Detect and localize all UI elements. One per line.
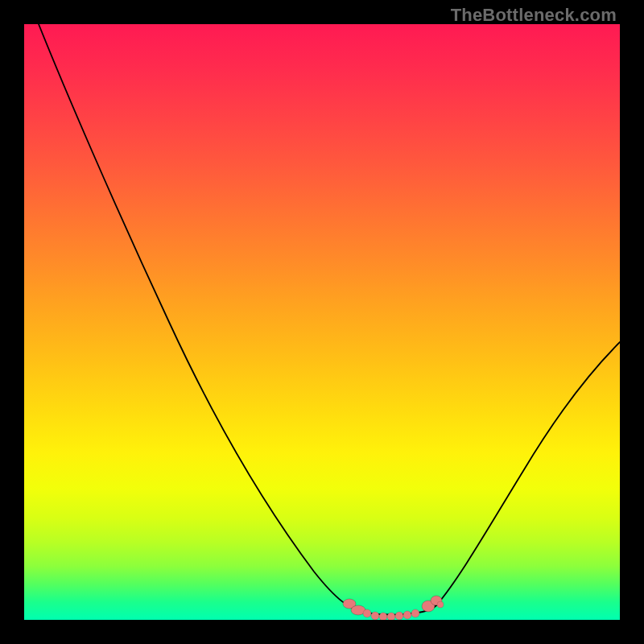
plot-area [24,24,620,620]
watermark-text: TheBottleneck.com [451,5,617,26]
curve-left-branch [39,24,358,610]
svg-point-6 [395,612,403,620]
curve-right-branch [436,342,620,605]
sweet-spot-band [343,596,444,620]
bottleneck-curve [24,24,620,620]
svg-point-5 [387,613,395,620]
chart-frame: TheBottleneck.com [0,0,644,644]
svg-point-7 [403,611,411,619]
curve-floor [358,605,436,615]
